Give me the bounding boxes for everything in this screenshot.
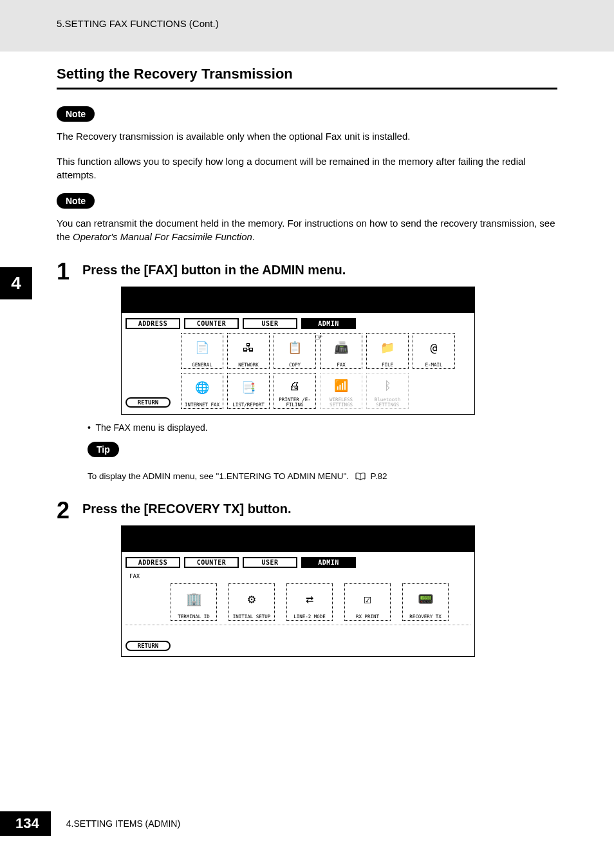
button-icon: 📠 xyxy=(334,334,348,363)
return-button[interactable]: RETURN xyxy=(126,641,171,651)
step-2-title: Press the [RECOVERY TX] button. xyxy=(82,502,557,516)
divider xyxy=(126,625,470,625)
note-pill: Note xyxy=(57,193,95,209)
lcd-button-line-2-mode[interactable]: ⇄LINE-2 MODE xyxy=(286,583,333,621)
lcd-button-row-2: 🌐INTERNET FAX📑LIST/REPORT🖨PRINTER /E-FIL… xyxy=(126,373,470,409)
step-2: 2 Press the [RECOVERY TX] button. ADDRES… xyxy=(57,502,557,665)
lcd-button-fax[interactable]: 📠FAX xyxy=(320,333,362,369)
note-pill: Note xyxy=(57,106,95,122)
tip-reference: To display the ADMIN menu, see "1.ENTERI… xyxy=(88,471,557,482)
step-1-note: • The FAX menu is displayed. xyxy=(88,422,557,433)
step-1-title: Press the [FAX] button in the ADMIN menu… xyxy=(82,263,557,278)
button-icon: 🖨 xyxy=(289,373,301,397)
button-icon: 📄 xyxy=(195,334,209,363)
button-icon: ᛒ xyxy=(384,373,391,397)
button-icon: 📶 xyxy=(334,373,348,397)
running-header: 5.SETTING FAX FUNCTIONS (Cont.) xyxy=(0,0,614,52)
lcd-button-internet-fax[interactable]: 🌐INTERNET FAX xyxy=(181,373,223,409)
lcd-button-e-mail[interactable]: @E-MAIL xyxy=(413,333,455,369)
lcd-tab-counter[interactable]: COUNTER xyxy=(184,557,239,568)
note-block-1: Note The Recovery transmission is availa… xyxy=(57,106,557,182)
lcd-screenshot-1: ADDRESSCOUNTERUSERADMIN 📄GENERAL🖧NETWORK… xyxy=(121,287,475,415)
lcd-tab-admin[interactable]: ADMIN xyxy=(301,318,356,329)
paragraph-2: This function allows you to specify how … xyxy=(57,155,557,182)
lcd-button-recovery-tx[interactable]: 📟RECOVERY TX xyxy=(402,583,449,621)
lcd-screenshot-2: ADDRESSCOUNTERUSERADMIN FAX 🏢TERMINAL ID… xyxy=(121,525,475,657)
step-number-1: 1 xyxy=(57,263,82,281)
step-1: 1 Press the [FAX] button in the ADMIN me… xyxy=(57,263,557,482)
lcd-tab-row: ADDRESSCOUNTERUSERADMIN xyxy=(126,318,470,329)
lcd-button-copy[interactable]: 📋COPY xyxy=(274,333,316,369)
lcd-button-general[interactable]: 📄GENERAL xyxy=(181,333,223,369)
book-icon xyxy=(355,473,366,482)
lcd-button-row: 🏢TERMINAL ID⚙INITIAL SETUP⇄LINE-2 MODE☑R… xyxy=(126,583,470,621)
button-icon: 📁 xyxy=(380,334,395,363)
lcd-tab-user[interactable]: USER xyxy=(243,318,297,329)
page-reference: P.82 xyxy=(371,471,387,481)
paragraph-1: The Recovery transmission is available o… xyxy=(57,129,557,143)
page-footer: 134 4.SETTING ITEMS (ADMIN) xyxy=(0,811,180,836)
button-icon: 📟 xyxy=(418,584,434,614)
step-body-1: Press the [FAX] button in the ADMIN menu… xyxy=(82,263,557,482)
button-icon: ⇄ xyxy=(306,584,313,614)
lcd-tab-address[interactable]: ADDRESS xyxy=(126,318,180,329)
button-icon: 🏢 xyxy=(186,584,202,614)
lcd-button-rx-print[interactable]: ☑RX PRINT xyxy=(344,583,391,621)
lcd-tab-admin[interactable]: ADMIN xyxy=(301,557,356,568)
note-block-2: Note You can retransmit the document hel… xyxy=(57,193,557,243)
running-title: 5.SETTING FAX FUNCTIONS (Cont.) xyxy=(57,18,219,29)
step-body-2: Press the [RECOVERY TX] button. ADDRESSC… xyxy=(82,502,557,665)
lcd-blackbar xyxy=(122,526,474,552)
lcd-tab-address[interactable]: ADDRESS xyxy=(126,557,180,568)
lcd-panel-body: ADDRESSCOUNTERUSERADMIN 📄GENERAL🖧NETWORK… xyxy=(122,313,474,414)
tip-pill: Tip xyxy=(88,442,119,457)
return-button[interactable]: RETURN xyxy=(126,397,171,408)
button-icon: 🌐 xyxy=(195,373,209,402)
chapter-tab: 4 xyxy=(0,267,32,299)
lcd-button-printer-e-filing[interactable]: 🖨PRINTER /E-FILING xyxy=(274,373,316,409)
lcd-button-wireless-settings: 📶WIRELESS SETTINGS xyxy=(320,373,362,409)
button-icon: @ xyxy=(431,334,438,363)
lcd-button-row-1: 📄GENERAL🖧NETWORK📋COPY📠FAX📁FILE@E-MAIL xyxy=(126,333,470,369)
lcd-tab-counter[interactable]: COUNTER xyxy=(184,318,239,329)
section-title: Setting the Recovery Transmission xyxy=(57,66,557,90)
step-number-2: 2 xyxy=(57,502,82,520)
lcd-subtitle: FAX xyxy=(126,572,470,583)
page-number: 134 xyxy=(0,811,51,836)
manual-reference: Operator's Manual For Facsimile Function xyxy=(73,231,252,242)
lcd-blackbar xyxy=(122,287,474,313)
main-content: Setting the Recovery Transmission Note T… xyxy=(0,52,614,665)
paragraph-3: You can retransmit the document held in … xyxy=(57,216,557,243)
lcd-tab-user[interactable]: USER xyxy=(243,557,297,568)
lcd-panel-body: ADDRESSCOUNTERUSERADMIN FAX 🏢TERMINAL ID… xyxy=(122,552,474,656)
button-icon: 📑 xyxy=(241,373,256,402)
footer-text: 4.SETTING ITEMS (ADMIN) xyxy=(66,818,180,829)
lcd-button-file[interactable]: 📁FILE xyxy=(366,333,409,369)
tip-block: Tip To display the ADMIN menu, see "1.EN… xyxy=(88,442,557,482)
lcd-button-terminal-id[interactable]: 🏢TERMINAL ID xyxy=(171,583,217,621)
button-icon: ⚙ xyxy=(248,584,256,614)
lcd-button-initial-setup[interactable]: ⚙INITIAL SETUP xyxy=(228,583,275,621)
button-icon: 📋 xyxy=(288,334,302,363)
lcd-tab-row: ADDRESSCOUNTERUSERADMIN xyxy=(126,557,470,568)
lcd-button-list-report[interactable]: 📑LIST/REPORT xyxy=(227,373,270,409)
button-icon: ☑ xyxy=(364,584,371,614)
lcd-button-network[interactable]: 🖧NETWORK xyxy=(227,333,270,369)
lcd-button-bluetooth-settings: ᛒBluetooth SETTINGS xyxy=(366,373,409,409)
button-icon: 🖧 xyxy=(243,334,254,363)
